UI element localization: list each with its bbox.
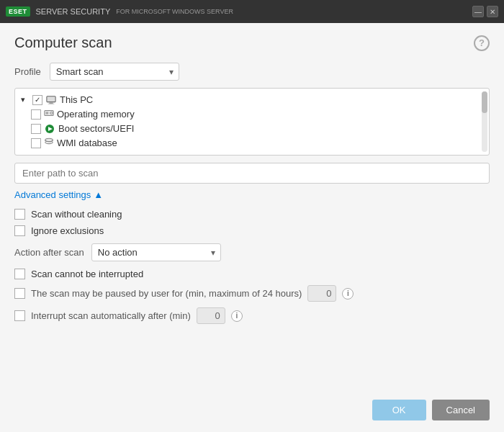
action-after-scan-row: Action after scan No action Shutdown Res… [14, 243, 490, 261]
boot-sectors-label: Boot sectors/UEFI [58, 123, 134, 134]
ignore-exclusions-row: Ignore exclusions [14, 225, 490, 236]
hd-icon [44, 108, 54, 120]
profile-select-wrapper[interactable]: Smart scan [50, 63, 179, 81]
scrollbar-thumb [482, 91, 487, 113]
scan-without-cleaning-checkbox[interactable] [14, 209, 25, 220]
boot-sectors-checkbox[interactable] [31, 124, 41, 134]
operating-memory-label: Operating memory [57, 109, 135, 120]
db-icon [44, 137, 54, 149]
pc-icon [45, 95, 57, 105]
app-subname: FOR MICROSOFT WINDOWS SERVER [116, 8, 233, 15]
pause-scan-row: The scan may be paused by user for (min,… [14, 285, 490, 302]
interrupt-value-input[interactable] [197, 307, 225, 324]
advanced-settings-label: Advanced settings [14, 189, 91, 200]
svg-rect-2 [48, 103, 55, 104]
scan-cannot-interrupt-checkbox[interactable] [14, 269, 25, 279]
eset-logo-icon: ESET [6, 6, 30, 17]
action-after-scan-label: Action after scan [14, 247, 84, 258]
ok-button[interactable]: OK [372, 400, 426, 420]
svg-point-5 [50, 112, 53, 114]
help-button[interactable]: ? [474, 35, 490, 51]
tree-item-wmi-database: WMI database [18, 135, 486, 150]
page-title: Computer scan [14, 35, 112, 51]
ignore-exclusions-checkbox[interactable] [14, 225, 25, 236]
computer-scan-dialog: Computer scan ? Profile Smart scan ▾ [0, 23, 504, 432]
wmi-database-checkbox[interactable] [31, 138, 41, 148]
pause-scan-checkbox[interactable] [14, 288, 25, 299]
button-row: OK Cancel [14, 400, 490, 420]
app-name: SERVER SECURITY [36, 7, 111, 16]
title-bar-controls: — ✕ [472, 6, 498, 17]
close-button[interactable]: ✕ [487, 6, 498, 17]
pause-value-input[interactable] [307, 285, 336, 302]
action-select-wrapper[interactable]: No action Shutdown Restart Sleep Hiberna… [91, 243, 221, 261]
title-bar-left: ESET SERVER SECURITY FOR MICROSOFT WINDO… [6, 6, 233, 17]
scan-cannot-interrupt-label: Scan cannot be interrupted [31, 269, 143, 279]
interrupt-scan-label: Interrupt scan automatically after (min) [31, 310, 191, 321]
interrupt-scan-checkbox[interactable] [14, 310, 25, 321]
advanced-settings-toggle[interactable]: Advanced settings ▲ [14, 189, 490, 200]
chevron-down-icon[interactable]: ▾ [21, 95, 30, 104]
path-input[interactable] [14, 163, 490, 184]
pause-info-icon[interactable]: i [342, 288, 354, 300]
title-bar: ESET SERVER SECURITY FOR MICROSOFT WINDO… [0, 0, 504, 23]
cancel-button[interactable]: Cancel [432, 400, 490, 420]
action-after-scan-select[interactable]: No action Shutdown Restart Sleep Hiberna… [91, 243, 221, 261]
profile-label: Profile [14, 66, 41, 77]
this-pc-label: This PC [60, 94, 93, 105]
scrollbar[interactable] [482, 91, 487, 152]
interrupt-scan-row: Interrupt scan automatically after (min)… [14, 307, 490, 324]
svg-rect-0 [47, 96, 55, 102]
this-pc-checkbox[interactable] [32, 95, 42, 105]
advanced-settings-section: Scan without cleaning Ignore exclusions … [14, 209, 490, 324]
dialog-header: Computer scan ? [14, 35, 490, 51]
wmi-database-label: WMI database [57, 138, 117, 148]
ignore-exclusions-label: Ignore exclusions [31, 225, 104, 236]
svg-rect-4 [46, 112, 49, 114]
scan-without-cleaning-label: Scan without cleaning [31, 209, 122, 220]
scan-cannot-interrupt-row: Scan cannot be interrupted [14, 269, 490, 279]
tree-item-this-pc: ▾ This PC [18, 93, 486, 107]
profile-select[interactable]: Smart scan [50, 63, 179, 81]
scan-without-cleaning-row: Scan without cleaning [14, 209, 490, 220]
interrupt-info-icon[interactable]: i [231, 310, 243, 322]
scan-target-tree: ▾ This PC Operating memory [14, 88, 490, 156]
chevron-up-icon: ▲ [94, 189, 103, 200]
boot-icon: ▶ [44, 124, 55, 134]
pause-scan-label: The scan may be paused by user for (min,… [31, 288, 302, 299]
tree-item-boot-sectors: ▶ Boot sectors/UEFI [18, 122, 486, 135]
operating-memory-checkbox[interactable] [31, 109, 41, 120]
profile-row: Profile Smart scan [14, 63, 490, 81]
minimize-button[interactable]: — [472, 6, 484, 17]
tree-item-operating-memory: Operating memory [18, 107, 486, 122]
